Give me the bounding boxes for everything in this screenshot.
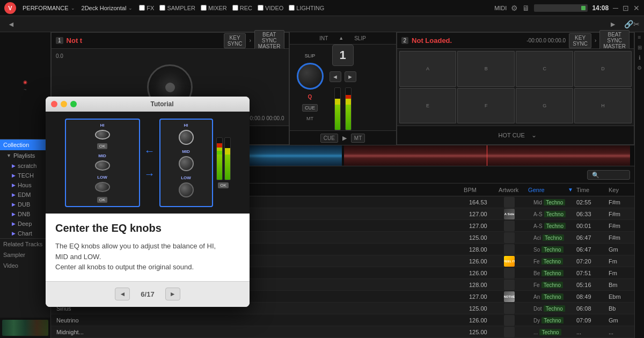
nav-right-icon[interactable]: ► (606, 20, 620, 28)
sidebar-item-playlists[interactable]: ▼ Playlists (4, 150, 50, 161)
sidebar-sub-chart[interactable]: ▶ Chart (4, 229, 50, 238)
pad-A[interactable]: A (399, 51, 457, 87)
sidebar-related-tracks[interactable]: Related Tracks (0, 239, 50, 249)
right-deck: 2 Not Loaded. -00:00.0 00:00.0 KEYSYNC ›… (397, 32, 635, 145)
hi-knob-right[interactable] (179, 130, 194, 145)
eq-panels-container: HI OK MID LOW OK (65, 119, 231, 207)
mixer-mt-btn[interactable]: MT (351, 134, 365, 143)
sidebar-sub-tech[interactable]: ▶ TECH (4, 171, 50, 180)
sidebar-video[interactable]: Video (0, 260, 50, 271)
sidebar-sampler[interactable]: Sampler (0, 249, 50, 260)
rec-checkbox-item[interactable]: REC (232, 5, 252, 11)
browser-search-input[interactable] (587, 170, 630, 180)
mixer-cue-btn[interactable]: CUE (320, 134, 338, 143)
left-cue-btn[interactable]: CUE (302, 104, 318, 112)
t-meter2-yellow (225, 148, 230, 155)
pad-H[interactable]: H (574, 88, 632, 124)
layout-section[interactable]: 2Deck Horizontal ⌄ (82, 5, 133, 11)
row-key: Bm (605, 282, 632, 288)
mixer-prev-btn[interactable]: ◄ (330, 71, 341, 82)
mixer-play-icon[interactable]: ▶ (342, 135, 347, 142)
pad-G[interactable]: G (516, 88, 573, 124)
right-sidebar-icon-3[interactable]: ℹ (639, 55, 641, 61)
screen-icon[interactable]: 🖥 (522, 4, 530, 12)
left-platter-knob[interactable] (297, 63, 324, 90)
sidebar-sub-edm[interactable]: ▶ EDM (4, 190, 50, 200)
pad-C[interactable]: C (516, 51, 573, 87)
table-row[interactable]: Neutrino 126.00 Dy Techno 07:09 Gm (51, 314, 634, 326)
video-checkbox-item[interactable]: VIDEO (258, 5, 283, 11)
sidebar-sub-scratch[interactable]: ▶ scratch (4, 161, 50, 171)
low-knob-left[interactable] (95, 182, 110, 192)
mixer-checkbox-item[interactable]: MIXER (201, 5, 227, 11)
table-row[interactable]: Midnight... 125.00 ... Techno ... ... (51, 326, 634, 338)
row-genre: An Techno (530, 293, 573, 300)
right-sidebar-icon-4[interactable]: ⚙ (637, 65, 642, 71)
scissors-icon[interactable]: ✂ (633, 20, 640, 28)
settings-icon[interactable]: ⚙ (511, 4, 518, 12)
close-icon[interactable]: ✕ (633, 4, 640, 12)
rec-checkbox[interactable] (232, 5, 238, 11)
pad-E[interactable]: E (399, 88, 457, 124)
col-time[interactable]: Time (573, 187, 605, 193)
t-meter1-peak (217, 151, 222, 154)
right-sidebar-icon-1[interactable]: ≡ (638, 34, 641, 40)
close-traffic-light[interactable] (51, 101, 57, 107)
link-icon[interactable]: 🔗 (624, 20, 633, 28)
mid-knob-left[interactable] (95, 160, 110, 171)
sidebar-sub-deep[interactable]: ▶ Deep (4, 219, 50, 229)
pad-B[interactable]: B (457, 51, 515, 87)
row-time: 06:33 (573, 211, 605, 217)
row-bpm: 126.00 (466, 270, 501, 276)
app-logo[interactable]: V (4, 2, 16, 14)
low-knob-right[interactable] (179, 182, 194, 197)
minimize-icon[interactable]: ─ (613, 4, 618, 12)
video-nav-label: Video (3, 262, 18, 269)
genre-badge: Techno (541, 258, 563, 264)
left-deck-preview: ~ (24, 87, 26, 92)
col-artwork[interactable]: Artwork (495, 187, 525, 193)
performance-section[interactable]: PERFORMANCE ⌄ (23, 5, 75, 11)
ok-badge-1: OK (97, 143, 108, 149)
fx-checkbox[interactable] (139, 5, 145, 11)
minimize-traffic-light[interactable] (61, 101, 67, 107)
left-key-sync-btn[interactable]: KEYSYNC (224, 33, 246, 48)
layout-arrow-icon: ⌄ (128, 5, 133, 11)
hi-knob-left[interactable] (95, 130, 110, 140)
pad-D[interactable]: D (574, 51, 632, 87)
fx-checkbox-item[interactable]: FX (139, 5, 154, 11)
resize-icon[interactable]: ⊡ (623, 4, 629, 12)
sidebar-sub-dub[interactable]: ▶ DUB (4, 200, 50, 209)
right-sidebar-icon-2[interactable]: ⊞ (638, 45, 642, 50)
col-genre[interactable]: Genre (525, 187, 568, 193)
level-meters-tutorial: OK (216, 119, 231, 207)
maximize-traffic-light[interactable] (70, 101, 77, 107)
mid-knob-right[interactable] (179, 156, 194, 171)
sampler-checkbox-item[interactable]: SAMPLER (159, 5, 195, 11)
mixer-next-btn[interactable]: ► (345, 71, 356, 82)
mixer-bottom: CUE ▶ MT (290, 130, 396, 145)
sidebar-sub-hous[interactable]: ▶ Hous (4, 180, 50, 190)
video-checkbox[interactable] (258, 5, 264, 11)
performance-label: PERFORMANCE (23, 5, 69, 11)
midi-label: MIDI (494, 5, 507, 11)
artwork-thumb (504, 197, 515, 208)
right-beat-sync-btn[interactable]: BEATSYNCMASTER (599, 30, 630, 51)
col-bpm[interactable]: BPM (460, 187, 495, 193)
sidebar-item-collection[interactable]: Collection (0, 139, 50, 150)
tutorial-meter-1 (216, 137, 223, 180)
col-key[interactable]: Key (605, 187, 632, 193)
lighting-checkbox-item[interactable]: LIGHTING (289, 5, 324, 11)
row-key: F#m (605, 211, 632, 217)
left-beat-sync-btn[interactable]: BEATSYNCMASTER (254, 30, 284, 51)
tutorial-next-btn[interactable]: ► (165, 288, 180, 300)
row-genre: So Techno (530, 246, 573, 253)
pad-F[interactable]: F (457, 88, 515, 124)
sidebar-sub-dnb[interactable]: ▶ DNB (4, 209, 50, 219)
nav-left-icon[interactable]: ◄ (4, 20, 18, 28)
right-key-sync-btn[interactable]: KEYSYNC (569, 33, 591, 48)
mixer-checkbox[interactable] (201, 5, 207, 11)
tutorial-prev-btn[interactable]: ◄ (115, 288, 130, 300)
lighting-checkbox[interactable] (289, 5, 295, 11)
sampler-checkbox[interactable] (159, 5, 165, 11)
